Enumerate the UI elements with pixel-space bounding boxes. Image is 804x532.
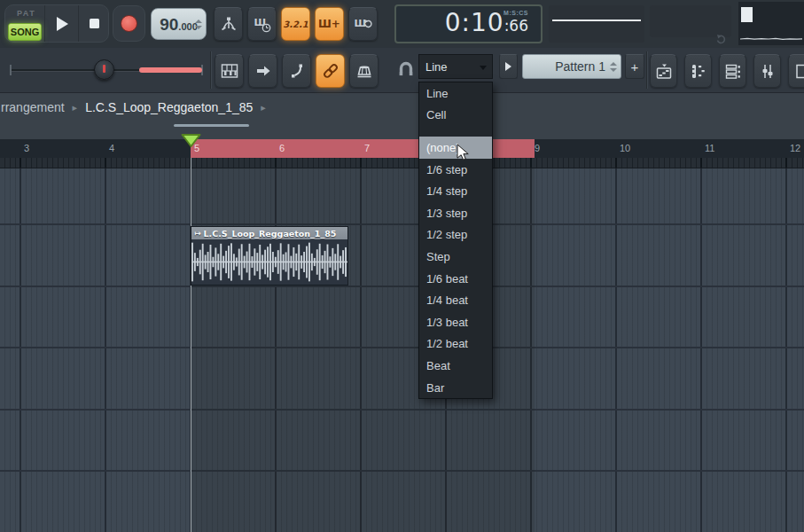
- snap-menu-item[interactable]: Cell: [419, 105, 492, 127]
- ruler-bar-number: 6: [279, 143, 285, 153]
- horizontal-scrollbar[interactable]: [174, 124, 249, 127]
- wait-for-input-button[interactable]: Ш: [247, 7, 277, 41]
- breadcrumb-separator-icon: ▸: [73, 102, 78, 113]
- tempo-value: 90: [160, 15, 178, 35]
- channel-rack-button[interactable]: [719, 54, 746, 88]
- snap-menu-item[interactable]: (none): [419, 137, 492, 159]
- step-edit-icon: [221, 63, 238, 79]
- pattern-picker-arrow-button[interactable]: [499, 54, 518, 79]
- snap-menu-item[interactable]: 1/6 step: [419, 159, 492, 181]
- arrow-right-icon: [255, 63, 271, 79]
- pattern-selector-value: Pattern 1: [555, 59, 605, 74]
- mixer-button[interactable]: [753, 54, 781, 88]
- snap-menu-separator: [419, 126, 492, 137]
- arrow-right-small-icon: [505, 62, 511, 71]
- refresh-icon[interactable]: [714, 33, 727, 45]
- piano-roll-icon: [690, 63, 707, 80]
- follow-playback-button[interactable]: [248, 54, 277, 88]
- link-button[interactable]: [316, 54, 345, 88]
- pattern-spinner[interactable]: [610, 55, 617, 78]
- breadcrumb-clip-name[interactable]: L.C.S_Loop_Reggaeton_1_85: [85, 100, 253, 114]
- overdub-icon: Ш+: [318, 18, 340, 30]
- slide-icon: [289, 63, 305, 79]
- snap-menu-item[interactable]: 1/2 step: [419, 224, 492, 246]
- ruler-tick-strip[interactable]: [0, 158, 804, 168]
- fl-studio-window: { "transport": { "pat": "PAT", "song": "…: [0, 0, 804, 532]
- snap-menu-item[interactable]: Beat: [419, 355, 492, 377]
- transport-group: PAT SONG: [4, 4, 109, 43]
- record-icon: [121, 15, 137, 32]
- link-icon: [322, 62, 340, 80]
- audio-clip-title[interactable]: ↦ L.C.S_Loop_Reggaeton_1_85: [191, 227, 347, 239]
- snap-menu-item[interactable]: Line: [419, 82, 492, 105]
- breadcrumb-bar: rrangement ▸ L.C.S_Loop_Reggaeton_1_85 ▸: [0, 92, 804, 133]
- breadcrumb-arrangement[interactable]: rrangement: [1, 100, 65, 114]
- wait-icon: Ш: [254, 15, 271, 33]
- snap-menu-item[interactable]: 1/4 step: [419, 180, 492, 202]
- playlist-view-icon: [655, 63, 673, 80]
- mouse-cursor-icon: [457, 144, 470, 162]
- timeline-ruler[interactable]: 3456789101112: [0, 133, 804, 168]
- snap-menu-item[interactable]: 1/3 step: [419, 202, 492, 224]
- step-edit-button[interactable]: [215, 54, 244, 88]
- playhead-line: [191, 168, 191, 532]
- cpu-memory-panel: [738, 2, 804, 45]
- metronome-icon: [220, 15, 238, 33]
- snap-menu-item[interactable]: 1/2 beat: [419, 333, 492, 356]
- typing-keyboard-icon: [355, 63, 373, 79]
- time-minutes-seconds: 0:10: [445, 8, 504, 37]
- metronome-button[interactable]: [214, 7, 243, 41]
- secondary-toolbar: Line Pattern 1 +: [0, 48, 804, 93]
- time-display[interactable]: M:S:CS 0:10 : 66: [394, 4, 543, 43]
- play-button[interactable]: [44, 5, 79, 42]
- ruler-bar-number: 10: [620, 143, 630, 153]
- ruler-bar-numbers[interactable]: 3456789101112: [0, 139, 804, 158]
- playlist-view-button[interactable]: [650, 54, 677, 88]
- slide-tool-button[interactable]: [282, 54, 311, 88]
- pat-mode-label[interactable]: PAT: [17, 9, 35, 18]
- piano-roll-button[interactable]: [684, 54, 712, 88]
- overdub-button[interactable]: Ш+: [315, 7, 344, 41]
- waveform-graphic: [191, 239, 347, 285]
- ruler-bar-number: 12: [790, 143, 800, 153]
- snap-menu-item[interactable]: 1/3 beat: [419, 311, 492, 333]
- stop-button[interactable]: [78, 5, 110, 42]
- audio-clip[interactable]: ↦ L.C.S_Loop_Reggaeton_1_85: [191, 226, 348, 286]
- pattern-selector[interactable]: Pattern 1: [522, 54, 621, 79]
- playlist-grid[interactable]: ↦ L.C.S_Loop_Reggaeton_1_85: [0, 168, 804, 532]
- clip-name-label: L.C.S_Loop_Reggaeton_1_85: [204, 229, 337, 239]
- browser-button[interactable]: [788, 54, 804, 88]
- add-pattern-button[interactable]: +: [625, 54, 644, 79]
- mixer-icon: [759, 63, 777, 80]
- oscilloscope-line: [552, 20, 641, 21]
- snap-menu-item[interactable]: Step: [419, 246, 492, 268]
- ruler-bar-number: 3: [24, 143, 29, 153]
- snap-magnet-icon[interactable]: [396, 60, 416, 78]
- tempo-spinner[interactable]: [195, 9, 202, 39]
- audio-clip-waveform[interactable]: [191, 239, 347, 285]
- countdown-icon: 3.2.1: [283, 20, 308, 29]
- song-mode-button[interactable]: SONG: [8, 23, 42, 41]
- chevron-down-icon: [480, 66, 487, 70]
- tempo-display[interactable]: 90.000: [151, 8, 207, 40]
- toolbar-divider: [646, 51, 647, 89]
- playhead-marker-icon[interactable]: [180, 133, 202, 149]
- clip-arrow-icon: ↦: [194, 229, 201, 238]
- snap-menu-item[interactable]: Bar: [419, 377, 492, 399]
- record-button[interactable]: [113, 5, 145, 42]
- loop-record-button[interactable]: Ш: [348, 7, 378, 41]
- ruler-bar-number: 9: [535, 143, 540, 153]
- master-slider-knob[interactable]: [94, 59, 114, 80]
- typing-keyboard-button[interactable]: [349, 54, 379, 88]
- channel-rack-icon: [724, 63, 742, 80]
- cpu-meter-bar: [741, 7, 753, 22]
- slider-fill: [139, 67, 202, 73]
- snap-menu-item[interactable]: 1/4 beat: [419, 289, 492, 311]
- snap-selector[interactable]: Line: [418, 54, 493, 79]
- stop-icon: [90, 19, 99, 28]
- loop-record-icon: Ш: [355, 15, 372, 33]
- cpu-graph-line: [738, 32, 804, 43]
- snap-menu-item[interactable]: 1/6 beat: [419, 268, 492, 290]
- transport-toolbar: PAT SONG 90.000 Ш 3.2.1: [0, 0, 804, 49]
- countdown-button[interactable]: 3.2.1: [281, 7, 310, 41]
